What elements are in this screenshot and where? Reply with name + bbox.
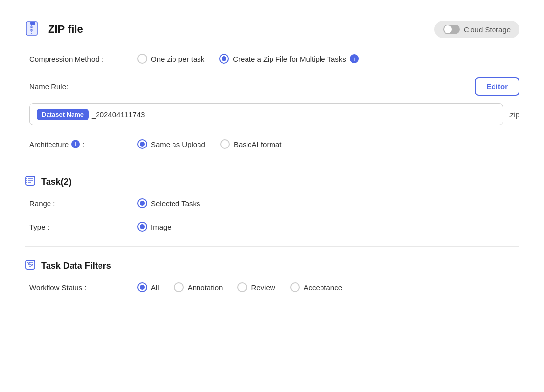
- task-section-header: Task(2): [25, 175, 519, 189]
- radio-label-basicai-format: BasicAI format: [234, 140, 282, 148]
- svg-rect-3: [30, 26, 33, 28]
- compression-info-icon[interactable]: i: [350, 54, 359, 63]
- radio-label-multi-zip: Create a Zip File for Multiple Tasks: [233, 55, 346, 63]
- svg-point-11: [26, 182, 27, 183]
- radio-label-acceptance: Acceptance: [304, 283, 342, 292]
- editor-button[interactable]: Editor: [475, 77, 519, 96]
- page-title: ZIP file: [48, 23, 83, 36]
- radio-label-selected-tasks: Selected Tasks: [151, 199, 200, 208]
- radio-annotation[interactable]: Annotation: [174, 282, 223, 292]
- svg-rect-1: [30, 22, 35, 24]
- range-label: Range :: [29, 199, 137, 208]
- radio-circle-image[interactable]: [137, 222, 147, 232]
- type-controls: Image: [137, 222, 519, 232]
- task-data-filters-title: Task Data Filters: [41, 261, 111, 271]
- name-rule-input-box[interactable]: Dataset Name _202404111743: [29, 103, 503, 125]
- radio-circle-multi-zip[interactable]: [219, 54, 229, 64]
- architecture-controls: Same as Upload BasicAI format: [137, 139, 519, 149]
- cloud-storage-label: Cloud Storage: [464, 25, 511, 34]
- workflow-status-row: Workflow Status : All Annotation Review …: [25, 282, 519, 292]
- task-section: Task(2) Range : Selected Tasks Type : Im…: [25, 175, 519, 232]
- name-extension: .zip: [508, 105, 519, 123]
- compression-method-row: Compression Method : One zip per task Cr…: [25, 54, 519, 64]
- name-rule-label: Name Rule:: [29, 82, 137, 91]
- radio-label-annotation: Annotation: [188, 283, 223, 292]
- compression-method-label: Compression Method :: [29, 55, 137, 63]
- page-header: ZIP file Cloud Storage: [25, 15, 519, 54]
- task-icon: [25, 175, 36, 189]
- radio-multi-zip[interactable]: Create a Zip File for Multiple Tasks i: [219, 54, 359, 64]
- workflow-status-label: Workflow Status :: [29, 283, 137, 292]
- radio-circle-one-zip[interactable]: [137, 54, 147, 64]
- cloud-storage-switch[interactable]: [443, 24, 460, 34]
- range-controls: Selected Tasks: [137, 198, 519, 208]
- radio-selected-tasks[interactable]: Selected Tasks: [137, 198, 200, 208]
- radio-review[interactable]: Review: [237, 282, 275, 292]
- architecture-info-icon[interactable]: i: [71, 140, 80, 148]
- radio-same-as-upload[interactable]: Same as Upload: [137, 139, 205, 149]
- type-row: Type : Image: [25, 222, 519, 232]
- task-data-filters-section: Task Data Filters Workflow Status : All …: [25, 259, 519, 292]
- cloud-storage-toggle[interactable]: Cloud Storage: [434, 21, 519, 38]
- type-label: Type :: [29, 223, 137, 231]
- svg-point-16: [28, 262, 30, 264]
- workflow-status-controls: All Annotation Review Acceptance: [137, 282, 342, 292]
- radio-basicai-format[interactable]: BasicAI format: [220, 139, 282, 149]
- radio-acceptance[interactable]: Acceptance: [290, 282, 342, 292]
- architecture-row: Architecture i : Same as Upload BasicAI …: [25, 139, 519, 149]
- svg-rect-4: [30, 29, 33, 31]
- dataset-name-tag: Dataset Name: [37, 109, 89, 120]
- section-divider-2: [25, 246, 519, 247]
- radio-one-zip[interactable]: One zip per task: [137, 54, 204, 64]
- radio-label-image: Image: [151, 223, 172, 231]
- name-rule-input-row: Dataset Name _202404111743 .zip: [25, 103, 519, 125]
- radio-circle-same-as-upload[interactable]: [137, 139, 147, 149]
- task-section-title: Task(2): [41, 177, 72, 187]
- radio-label-all: All: [151, 283, 159, 292]
- architecture-label: Architecture i :: [29, 140, 137, 148]
- name-rule-suffix-text: _202404111743: [92, 110, 145, 119]
- radio-label-one-zip: One zip per task: [151, 55, 204, 63]
- radio-circle-selected-tasks[interactable]: [137, 198, 147, 208]
- name-rule-row: Name Rule: Editor: [25, 77, 519, 96]
- svg-point-17: [31, 264, 33, 266]
- radio-circle-acceptance[interactable]: [290, 282, 300, 292]
- section-divider-1: [25, 163, 519, 163]
- header-left: ZIP file: [25, 20, 83, 39]
- radio-label-review: Review: [251, 283, 275, 292]
- range-row: Range : Selected Tasks: [25, 198, 519, 208]
- radio-circle-basicai-format[interactable]: [220, 139, 230, 149]
- svg-point-10: [26, 180, 27, 181]
- radio-all[interactable]: All: [137, 282, 159, 292]
- radio-circle-review[interactable]: [237, 282, 247, 292]
- zip-file-icon: [25, 20, 42, 39]
- radio-circle-annotation[interactable]: [174, 282, 184, 292]
- radio-circle-all[interactable]: [137, 282, 147, 292]
- filter-icon: [25, 259, 36, 272]
- compression-controls: One zip per task Create a Zip File for M…: [137, 54, 519, 64]
- task-data-filters-header: Task Data Filters: [25, 259, 519, 272]
- svg-point-9: [26, 178, 27, 179]
- radio-label-same-as-upload: Same as Upload: [151, 140, 205, 148]
- radio-image[interactable]: Image: [137, 222, 172, 232]
